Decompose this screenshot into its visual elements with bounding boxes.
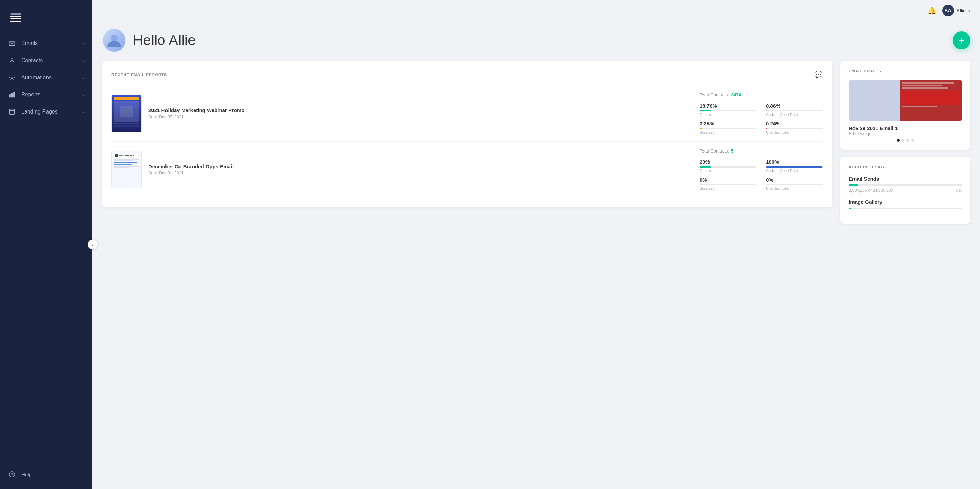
image-gallery-section: Image Gallery [849,199,962,209]
stat-cto-label-2: Click-to-Open Rate [766,169,823,173]
report-date-benchmark: Sent: Dec 01, 2021 [148,170,693,175]
page-header: Hello Allie + [102,28,970,53]
content-area: Hello Allie + RECENT EMAIL REPORTS 💬 [92,21,980,489]
stat-unsub-2: 0% Unsubscribes [766,177,823,191]
stat-unsub-label-1: Unsubscribes [766,130,823,134]
svg-text:🎄: 🎄 [125,110,128,113]
recent-reports-header: RECENT EMAIL REPORTS 💬 [111,70,823,79]
email-drafts-card: EMAIL DRAFTS Nov 29 2021 Email [840,61,970,150]
user-name: Allie [957,8,966,13]
stat-unsub-bar-1 [766,128,823,129]
stat-opens-label-2: Opens [700,169,756,173]
draft-info: Nov 29 2021 Email 1 Edit Design [849,125,962,136]
page-title: Hello Allie [133,32,196,49]
report-name-benchmark: December Co-Branded Opps Email [148,164,693,169]
stat-bounces-pct-1: 3.35% [700,121,756,126]
help-icon [8,470,16,478]
content-grid: RECENT EMAIL REPORTS 💬 🎄 [102,61,970,224]
user-dropdown-arrow: ▾ [968,8,970,13]
svg-rect-8 [11,93,12,97]
sidebar-item-contacts[interactable]: Contacts › [0,52,92,69]
stat-opens-2: 20% Opens [700,159,756,173]
stat-cto-1: 0.86% Click-to-Open Rate [766,103,823,116]
image-gallery-label: Image Gallery [849,199,962,205]
stat-cto-bar-2 [766,166,823,167]
logo-area [0,0,92,32]
stat-cto-label-1: Click-to-Open Rate [766,113,823,116]
email-sends-pct: 8% [956,188,962,193]
sidebar-item-reports[interactable]: Reports › [0,86,92,103]
stat-unsub-label-2: Unsubscribes [766,186,823,191]
report-thumb-holiday: 🎄 [111,95,142,132]
svg-rect-9 [13,92,14,97]
recent-reports-card: RECENT EMAIL REPORTS 💬 🎄 [102,61,832,207]
total-contacts-benchmark: Total Contacts: 5 [700,148,823,153]
stat-opens-fill-1 [700,110,711,111]
sidebar-item-contacts-label: Contacts [21,57,43,64]
stat-unsub-pct-2: 0% [766,177,823,183]
sidebar-item-automations-label: Automations [21,75,52,81]
sidebar-collapse-button[interactable]: ‹ [88,240,97,249]
stat-bounces-label-1: Bounces [700,130,756,134]
stat-unsub-1: 0.24% Unsubscribes [766,121,823,134]
image-gallery-bar [849,207,851,209]
nav-list: Emails › Contacts › Automations › [0,32,92,465]
thumb-img: 🎄 [120,106,134,116]
logo-icon [8,10,23,25]
report-thumb-benchmark: ⬛ BENCHMARK [111,151,142,188]
stat-bounces-bar-1 [700,128,756,129]
user-avatar: AW [942,5,954,16]
image-gallery-bar-wrap [849,207,962,209]
topbar: 🔔 AW Allie ▾ [92,0,980,21]
stat-opens-pct-2: 20% [700,159,756,165]
thumb-body: 🎄 [114,101,139,122]
thumb-footer [114,123,139,124]
report-item: 🎄 2021 Holiday Marketing Webinar Promo S… [111,86,823,142]
user-menu[interactable]: AW Allie ▾ [942,5,970,16]
stat-bounces-bar-2 [700,184,756,185]
total-contacts-label-1: Total Contacts: [700,92,729,97]
stat-cto-pct-1: 0.86% [766,103,823,109]
stat-cto-fill-1 [766,110,767,111]
thumb-benchmark-lines [114,159,139,168]
sidebar-item-emails-label: Emails [21,40,38,46]
sidebar-item-emails[interactable]: Emails › [0,35,92,52]
page-header-left: Hello Allie [102,28,196,53]
report-date-holiday: Sent: Dec 07, 2021 [148,115,693,119]
fab-add-button[interactable]: + [953,32,970,49]
stat-unsub-fill-1 [766,128,767,129]
email-sends-bar-wrap [849,184,962,186]
total-contacts-label-2: Total Contacts: [700,148,729,153]
chat-icon[interactable]: 💬 [814,70,823,79]
edit-design-link[interactable]: Edit Design [849,131,962,136]
landing-pages-arrow: › [83,110,84,115]
account-usage-card: ACCOUNT USAGE Email Sends 2,004,255 of 2… [840,157,970,224]
right-column: EMAIL DRAFTS Nov 29 2021 Email [840,61,970,224]
stat-bounces-pct-2: 0% [700,177,756,183]
email-sends-used: 2,004,255 of 24,000,000 [849,188,893,193]
stat-bounces-1: 3.35% Bounces [700,121,756,134]
stat-opens-1: 18.76% Opens [700,103,756,116]
dot-3 [907,139,909,142]
emails-icon [8,40,16,47]
stat-cto-bar-1 [766,110,823,111]
draft-thumb-left [849,80,900,121]
sidebar-item-automations[interactable]: Automations › [0,69,92,86]
stat-opens-pct-1: 18.76% [700,103,756,109]
sidebar-help[interactable]: Help [0,465,92,484]
recent-reports-title: RECENT EMAIL REPORTS [111,73,167,76]
svg-rect-7 [10,95,11,97]
total-contacts-val-2: 5 [731,148,733,153]
dot-4 [911,139,914,142]
report-stats-benchmark: Total Contacts: 5 20% Opens 100% [700,148,823,191]
email-drafts-title: EMAIL DRAFTS [849,69,881,73]
thumb-title-bar [114,97,139,100]
contacts-arrow: › [83,58,84,63]
sidebar-item-landing-pages[interactable]: Landing Pages › [0,103,92,120]
stat-opens-bar-1 [700,110,756,111]
notification-bell-icon[interactable]: 🔔 [928,6,936,15]
draft-name: Nov 29 2021 Email 1 [849,125,962,131]
main-content: 🔔 AW Allie ▾ Hello Allie + [92,0,980,489]
total-contacts-val-1: 2474 [731,92,741,97]
reports-arrow: › [83,92,84,97]
